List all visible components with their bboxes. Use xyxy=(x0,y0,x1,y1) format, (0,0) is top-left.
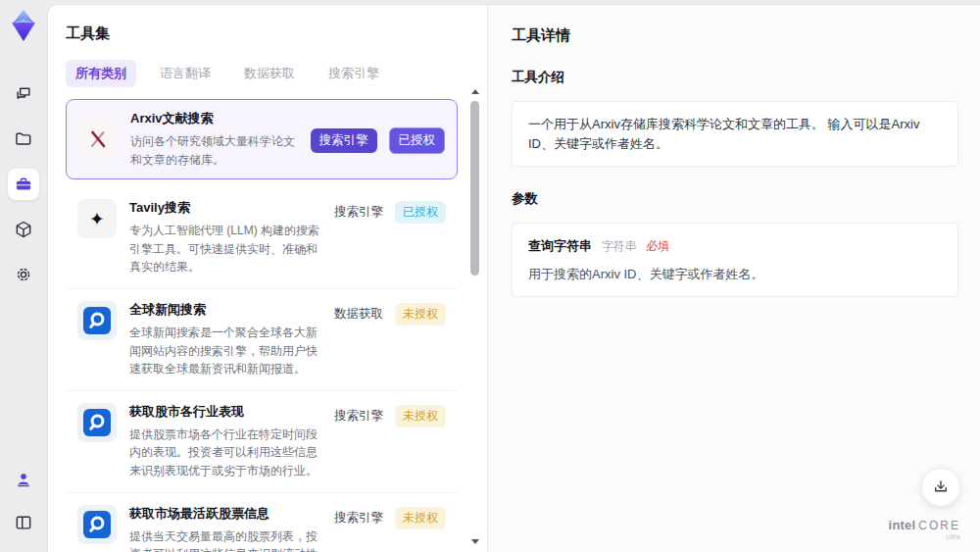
panel-toggle-icon xyxy=(14,513,33,532)
user-icon xyxy=(14,470,33,489)
sidebar-nav xyxy=(8,78,39,290)
tool-description: 专为人工智能代理 (LLM) 构建的搜索引擎工具。可快速提供实时、准确和真实的结… xyxy=(129,222,321,276)
tool-row-arxiv[interactable]: Arxiv文献搜索 访问各个研究领域大量科学论文和文章的存储库。 搜索引擎 已授… xyxy=(66,99,458,179)
tool-row-active-stocks[interactable]: 获取市场最活跃股票信息 提供当天交易量最高的股票列表，投资者可以利用这些信息来识… xyxy=(66,493,458,552)
download-button[interactable] xyxy=(921,468,960,507)
list-scrollbar[interactable] xyxy=(470,89,480,544)
sidebar-bottom xyxy=(8,464,39,538)
status-badge: 已授权 xyxy=(389,127,446,154)
param-card: 查询字符串 字符串 必填 用于搜索的Arxiv ID、关键字或作者姓名。 xyxy=(512,223,958,297)
folder-icon xyxy=(14,129,33,149)
tool-description: 全球新闻搜索是一个聚合全球各大新闻网站内容的搜索引擎，帮助用户快速获取全球最新资… xyxy=(129,324,321,378)
status-badge: 已授权 xyxy=(395,201,446,224)
tool-tags: 搜索引擎 已授权 xyxy=(311,125,446,154)
params-heading: 参数 xyxy=(512,190,958,208)
detail-title: 工具详情 xyxy=(512,26,958,45)
tool-info: Arxiv文献搜索 访问各个研究领域大量科学论文和文章的存储库。 xyxy=(130,110,298,169)
toolbox-icon xyxy=(14,175,33,194)
tool-info: 全球新闻搜索 全球新闻搜索是一个聚合全球各大新闻网站内容的搜索引擎，帮助用户快速… xyxy=(129,301,321,378)
category-badge: 搜索引擎 xyxy=(311,128,377,153)
tool-list: Arxiv文献搜索 访问各个研究领域大量科学论文和文章的存储库。 搜索引擎 已授… xyxy=(66,99,458,552)
arxiv-icon xyxy=(78,120,118,159)
core-sub-label: Ultra xyxy=(889,533,960,540)
download-icon xyxy=(932,478,950,496)
param-name: 查询字符串 xyxy=(528,238,592,253)
param-header: 查询字符串 字符串 必填 xyxy=(528,236,942,256)
sidebar-item-packages[interactable] xyxy=(8,214,39,245)
tavily-icon: ✦ xyxy=(77,199,117,238)
tool-list-panel: 工具集 所有类别 语言翻译 数据获取 搜索引擎 Arxiv文献搜索 访问各个研究… xyxy=(48,5,488,552)
category-tabs: 所有类别 语言翻译 数据获取 搜索引擎 xyxy=(66,60,487,87)
param-required-flag: 必填 xyxy=(646,239,669,253)
scroll-up-icon[interactable] xyxy=(471,89,479,94)
intro-text: 一个用于从Arxiv存储库搜索科学论文和文章的工具。 输入可以是Arxiv ID… xyxy=(528,117,919,151)
status-badge: 未授权 xyxy=(395,507,446,529)
category-label: 搜索引擎 xyxy=(334,204,383,221)
tool-tags: 数据获取 未授权 xyxy=(334,301,446,326)
app-sidebar xyxy=(0,0,47,552)
status-badge: 未授权 xyxy=(395,405,446,427)
stock-search-icon xyxy=(77,403,117,442)
intel-wordmark: intel xyxy=(889,518,916,532)
scroll-down-icon[interactable] xyxy=(471,539,479,544)
main-area: 工具集 所有类别 语言翻译 数据获取 搜索引擎 Arxiv文献搜索 访问各个研究… xyxy=(47,4,980,552)
sidebar-item-toolbox[interactable] xyxy=(8,169,39,200)
page-title: 工具集 xyxy=(66,25,487,43)
chat-icon xyxy=(14,84,33,104)
intro-heading: 工具介绍 xyxy=(512,69,958,86)
stock-search-icon xyxy=(77,505,117,544)
category-label: 搜索引擎 xyxy=(334,510,383,527)
sidebar-item-account[interactable] xyxy=(8,464,39,495)
tool-tags: 搜索引擎 已授权 xyxy=(334,199,446,224)
scrollbar-thumb[interactable] xyxy=(470,101,479,276)
category-label: 搜索引擎 xyxy=(334,408,383,425)
tab-translation[interactable]: 语言翻译 xyxy=(150,60,220,87)
tool-name: Arxiv文献搜索 xyxy=(130,110,298,127)
param-type: 字符串 xyxy=(602,239,637,253)
tab-data-fetch[interactable]: 数据获取 xyxy=(234,60,305,87)
star-glyph: ✦ xyxy=(89,210,105,228)
tool-name: 全球新闻搜索 xyxy=(129,301,321,319)
tab-search-engine[interactable]: 搜索引擎 xyxy=(318,60,389,87)
tool-info: 获取股市各行业表现 提供股票市场各个行业在特定时间段内的表现。投资者可以利用这些… xyxy=(129,403,321,480)
tool-description: 访问各个研究领域大量科学论文和文章的存储库。 xyxy=(130,132,298,169)
intro-card: 一个用于从Arxiv存储库搜索科学论文和文章的工具。 输入可以是Arxiv ID… xyxy=(512,101,958,167)
tool-detail-panel: 工具详情 工具介绍 一个用于从Arxiv存储库搜索科学论文和文章的工具。 输入可… xyxy=(488,5,980,552)
tab-all-categories[interactable]: 所有类别 xyxy=(66,60,136,87)
tool-tags: 搜索引擎 未授权 xyxy=(334,505,446,529)
tool-info: 获取市场最活跃股票信息 提供当天交易量最高的股票列表，投资者可以利用这些信息来识… xyxy=(129,505,321,552)
sidebar-item-chat[interactable] xyxy=(8,78,39,110)
tool-info: Tavily搜索 专为人工智能代理 (LLM) 构建的搜索引擎工具。可快速提供实… xyxy=(129,199,321,276)
sidebar-item-files[interactable] xyxy=(8,124,39,155)
tool-description: 提供股票市场各个行业在特定时间段内的表现。投资者可以利用这些信息来识别表现优于或… xyxy=(129,426,321,480)
gear-icon xyxy=(14,265,33,284)
cube-icon xyxy=(14,220,33,239)
category-label: 数据获取 xyxy=(334,306,383,323)
tool-tags: 搜索引擎 未授权 xyxy=(334,403,446,427)
tool-name: 获取市场最活跃股票信息 xyxy=(129,505,321,523)
tool-row-global-news[interactable]: 全球新闻搜索 全球新闻搜索是一个聚合全球各大新闻网站内容的搜索引擎，帮助用户快速… xyxy=(66,289,458,391)
sidebar-item-settings[interactable] xyxy=(8,259,39,290)
status-badge: 未授权 xyxy=(395,303,446,326)
tool-name: Tavily搜索 xyxy=(129,199,321,217)
tool-row-tavily[interactable]: ✦ Tavily搜索 专为人工智能代理 (LLM) 构建的搜索引擎工具。可快速提… xyxy=(66,187,458,289)
app-logo-icon[interactable] xyxy=(9,10,38,41)
tool-name: 获取股市各行业表现 xyxy=(129,403,321,421)
tool-row-sector-performance[interactable]: 获取股市各行业表现 提供股票市场各个行业在特定时间段内的表现。投资者可以利用这些… xyxy=(66,391,458,493)
tool-description: 提供当天交易量最高的股票列表，投资者可以利用这些信息来识别流动性强的股票和潜在的… xyxy=(129,527,321,552)
param-description: 用于搜索的Arxiv ID、关键字或作者姓名。 xyxy=(528,265,942,284)
news-search-icon xyxy=(77,301,117,340)
core-wordmark: CORE xyxy=(918,519,960,532)
intel-core-logo: intelCORE Ultra xyxy=(889,519,960,540)
sidebar-item-collapse[interactable] xyxy=(8,507,39,538)
